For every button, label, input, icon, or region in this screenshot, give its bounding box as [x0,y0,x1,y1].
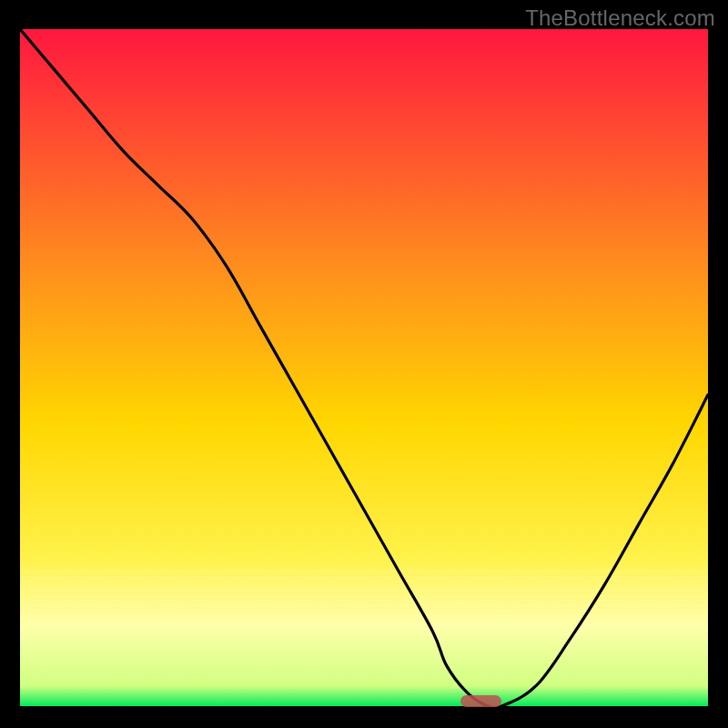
watermark-text: TheBottleneck.com [525,5,715,31]
optimal-marker [460,695,501,707]
chart-line-layer [20,29,708,706]
bottleneck-curve [20,29,708,706]
chart-plot-area [20,29,708,706]
